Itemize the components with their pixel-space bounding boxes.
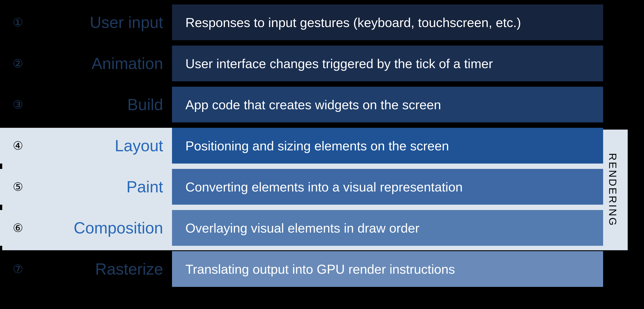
row-description: Positioning and sizing elements on the s… xyxy=(172,128,603,164)
row-number: ⑦ xyxy=(0,251,36,287)
row-number: ③ xyxy=(0,87,36,122)
row-user-input: ① User input Responses to input gestures… xyxy=(0,4,603,40)
row-number: ② xyxy=(0,46,36,81)
row-composition: ⑥ Composition Overlaying visual elements… xyxy=(0,210,603,246)
row-description: App code that creates widgets on the scr… xyxy=(172,87,603,122)
row-label: Layout xyxy=(36,128,172,164)
row-description: Responses to input gestures (keyboard, t… xyxy=(172,4,603,40)
pipeline-rows: ① User input Responses to input gestures… xyxy=(0,4,603,292)
row-description: User interface changes triggered by the … xyxy=(172,46,603,81)
row-number: ⑥ xyxy=(0,210,36,246)
row-label: Paint xyxy=(36,169,172,205)
row-rasterize: ⑦ Rasterize Translating output into GPU … xyxy=(0,251,603,287)
row-layout: ④ Layout Positioning and sizing elements… xyxy=(0,128,603,164)
row-animation: ② Animation User interface changes trigg… xyxy=(0,46,603,81)
rendering-group-label: RENDERING xyxy=(604,130,622,250)
row-paint: ⑤ Paint Converting elements into a visua… xyxy=(0,169,603,205)
row-build: ③ Build App code that creates widgets on… xyxy=(0,87,603,122)
row-label: User input xyxy=(36,4,172,40)
row-description: Translating output into GPU render instr… xyxy=(172,251,603,287)
row-number: ⑤ xyxy=(0,169,36,205)
row-description: Converting elements into a visual repres… xyxy=(172,169,603,205)
row-label: Build xyxy=(36,87,172,122)
rendering-label-text: RENDERING xyxy=(607,153,619,227)
row-number: ① xyxy=(0,4,36,40)
row-description: Overlaying visual elements in draw order xyxy=(172,210,603,246)
row-label: Animation xyxy=(36,46,172,81)
row-number: ④ xyxy=(0,128,36,164)
row-label: Composition xyxy=(36,210,172,246)
row-label: Rasterize xyxy=(36,251,172,287)
